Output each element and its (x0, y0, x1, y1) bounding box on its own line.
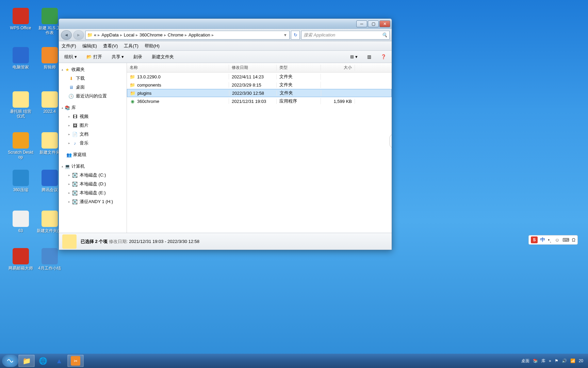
menu-item[interactable]: 工具(T) (124, 43, 138, 49)
ime-lang[interactable]: 中 (540, 237, 545, 243)
nav-downloads[interactable]: ⬇下载 (59, 74, 127, 83)
nav-pane[interactable]: ▴★收藏夹 ⬇下载 🖥桌面 🕓最近访问的位置 ▴📚库 ▸🎞视频 ▸🖼图片 ▸📄文… (59, 63, 127, 233)
share-button[interactable]: 共享 ▾ (109, 52, 127, 61)
app-icon (42, 211, 58, 227)
col-name[interactable]: 名称 (127, 65, 229, 71)
icon-label: 剪辑师 (44, 65, 56, 70)
status-selection: 已选择 2 个项 (81, 239, 108, 244)
menu-item[interactable]: 帮助(H) (145, 43, 160, 49)
burn-button[interactable]: 刻录 (131, 52, 145, 61)
breadcrumb-seg[interactable]: AppData (100, 32, 120, 37)
breadcrumb-seg[interactable]: Application (187, 32, 212, 37)
breadcrumb-seg[interactable]: 360Chrome (138, 32, 164, 37)
tray-desktop-label[interactable]: 桌面 (521, 358, 529, 364)
col-size[interactable]: 大小 (321, 65, 355, 71)
nav-favorites[interactable]: ▴★收藏夹 (59, 65, 127, 74)
forward-button[interactable]: ► (73, 30, 84, 40)
ime-symbol-icon[interactable]: Ω (572, 237, 575, 243)
newfolder-button[interactable]: 新建文件夹 (149, 52, 177, 61)
ime-face-icon[interactable]: ☺ (555, 237, 559, 243)
open-button[interactable]: 📂打开 (84, 52, 105, 61)
nav-drive-d[interactable]: ▸💽本地磁盘 (D:) (59, 180, 127, 188)
file-type: 应用程序 (277, 98, 321, 104)
chevron-right-icon: ▸ (185, 32, 187, 37)
desktop-icon[interactable]: Scratch Desktop (8, 132, 33, 163)
desktop-icon[interactable]: WPS Office (8, 8, 33, 39)
titlebar[interactable]: ─ ▢ ✕ (59, 19, 392, 29)
col-type[interactable]: 类型 (277, 65, 321, 71)
breadcrumb-seg[interactable]: Chrome (166, 32, 185, 37)
search-box[interactable]: 搜索 Application 🔍 (301, 31, 390, 40)
nav-pictures[interactable]: ▸🖼图片 (59, 121, 127, 130)
file-row[interactable]: 📁components2022/3/29 8:15文件夹 (127, 81, 392, 89)
desktop-icon[interactable]: 暑托班 结营仪式 (8, 91, 33, 122)
menu-item[interactable]: 文件(F) (62, 43, 76, 49)
tray-more-icon[interactable]: » (549, 358, 551, 363)
app-icon (42, 91, 58, 108)
chevron-right-icon: ▸ (120, 32, 122, 37)
nav-recent[interactable]: 🕓最近访问的位置 (59, 92, 127, 101)
file-row[interactable]: 📁13.0.2290.02022/4/11 14:23文件夹 (127, 73, 392, 81)
maximize-button[interactable]: ▢ (368, 20, 379, 27)
file-rows[interactable]: 📁13.0.2290.02022/4/11 14:23文件夹📁component… (127, 73, 392, 233)
column-headers[interactable]: 名称 修改日期 类型 大小 (127, 63, 392, 73)
tray-network-icon[interactable]: 📶 (570, 358, 575, 363)
taskbar-browser[interactable]: 🌐 (35, 355, 51, 367)
nav-music[interactable]: ▸♪音乐 (59, 139, 127, 148)
tray-time[interactable]: 20 (579, 358, 583, 363)
preview-pane-button[interactable]: ▥ (364, 53, 374, 61)
nav-desktop[interactable]: 🖥桌面 (59, 83, 127, 92)
ime-logo-icon[interactable]: S (531, 236, 538, 243)
breadcrumb-seg[interactable]: Local (122, 32, 136, 37)
help-button[interactable]: ❓ (378, 53, 389, 61)
nav-documents[interactable]: ▸📄文档 (59, 130, 127, 139)
desktop-icon[interactable]: 电脑管家 (8, 47, 33, 78)
tray-flag-icon[interactable]: ⚑ (555, 358, 558, 363)
folder-icon: 📁 (130, 82, 135, 88)
toolbar: 组织 ▾ 📂打开 共享 ▾ 刻录 新建文件夹 ⊞ ▾ ▥ ❓ (59, 51, 392, 63)
close-button[interactable]: ✕ (379, 20, 390, 27)
icon-label: 新建文件夹 (39, 150, 60, 155)
col-date[interactable]: 修改日期 (229, 65, 277, 71)
ime-punct-icon[interactable]: •ˎ (548, 237, 552, 243)
nav-homegroup[interactable]: 👥家庭组 (59, 150, 127, 159)
menubar: 文件(F)编辑(E)查看(V)工具(T)帮助(H) (59, 41, 392, 51)
desktop-icon[interactable]: 63 (8, 211, 33, 241)
drive-icon: 💽 (72, 172, 78, 178)
file-row[interactable]: 📁plugins2022/3/30 12:58文件夹 (127, 89, 392, 97)
nav-computer[interactable]: ▴💻计算机 (59, 162, 127, 171)
view-button[interactable]: ⊞ ▾ (347, 53, 360, 61)
minimize-button[interactable]: ─ (356, 20, 367, 27)
address-bar[interactable]: 📁«▸AppData▸Local▸360Chrome▸Chrome▸Applic… (85, 31, 290, 40)
icon-label: WPS Office (10, 26, 31, 30)
chevron-right-icon: ▸ (212, 32, 214, 37)
tray-library-label[interactable]: 库 (541, 358, 545, 364)
tray-volume-icon[interactable]: 🔊 (562, 358, 567, 363)
menu-item[interactable]: 编辑(E) (82, 43, 97, 49)
back-button[interactable]: ◄ (61, 30, 72, 40)
menu-item[interactable]: 查看(V) (103, 43, 118, 49)
tray-library-icon[interactable]: 📚 (533, 358, 538, 363)
taskbar-explorer[interactable]: 📁 (18, 355, 35, 367)
taskbar-meeting[interactable]: ▲ (51, 355, 67, 367)
refresh-button[interactable]: ↻ (291, 31, 300, 40)
icon-label: 360压缩 (13, 187, 28, 192)
desktop-icon[interactable]: 4月工作小结 (37, 248, 62, 279)
nav-videos[interactable]: ▸🎞视频 (59, 112, 127, 121)
ime-toolbar[interactable]: S 中 •ˎ ☺ ⌨ Ω (528, 235, 578, 245)
file-name: plugins (137, 91, 151, 96)
organize-button[interactable]: 组织 ▾ (62, 52, 80, 61)
file-row[interactable]: ◉360chrome2021/12/31 19:03应用程序1,599 KB (127, 97, 392, 105)
nav-library[interactable]: ▴📚库 (59, 103, 127, 112)
desktop-icon[interactable]: 网易邮箱大师 (8, 248, 33, 279)
nav-drive-c[interactable]: ▸💽本地磁盘 (C:) (59, 171, 127, 180)
breadcrumb-seg[interactable]: « (93, 32, 98, 37)
dropdown-icon[interactable]: ▾ (283, 32, 288, 37)
nav-drive-h[interactable]: ▸💽潘征ANDY 1 (H:) (59, 197, 127, 206)
desktop-icon[interactable]: 360压缩 (8, 170, 33, 200)
nav-drive-e[interactable]: ▸💽本地磁盘 (E:) (59, 188, 127, 197)
start-button[interactable] (2, 355, 18, 367)
taskbar-editor[interactable]: ✂ (67, 355, 84, 367)
collapse-preview-button[interactable]: ‹ (390, 134, 392, 148)
ime-softkb-icon[interactable]: ⌨ (562, 237, 569, 243)
